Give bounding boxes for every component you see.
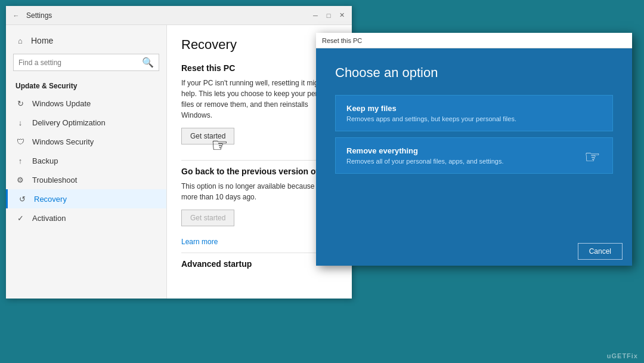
sidebar-section-title: Update & Security [6,77,166,94]
troubleshoot-icon: ⚙ [16,175,25,184]
section-divider [181,160,338,161]
sidebar-item-label: Activation [32,214,66,223]
keep-files-title: Keep my files [346,104,602,113]
settings-window: ← Settings ─ □ ✕ ⌂ Home 🔍 Update & Secur… [6,6,352,299]
back-button[interactable]: ← [12,11,20,20]
sidebar-item-windows-security[interactable]: 🛡 Windows Security [6,132,166,151]
learn-more-link[interactable]: Learn more [181,238,218,246]
remove-everything-description: Removes all of your personal files, apps… [346,158,602,165]
maximize-button[interactable]: □ [324,11,333,20]
delivery-optimization-icon: ↓ [16,118,25,127]
home-label: Home [31,36,53,45]
go-back-section-heading: Go back to the previous version of... [181,167,338,176]
page-title: Recovery [181,37,338,53]
go-back-section-description: This option is no longer available becau… [181,181,338,202]
sidebar-item-activation[interactable]: ✓ Activation [6,208,166,227]
sidebar-item-home[interactable]: ⌂ Home [6,31,166,50]
home-icon: ⌂ [16,36,25,45]
sidebar-item-label: Windows Update [32,99,91,108]
windows-security-icon: 🛡 [16,137,25,146]
go-back-get-started-button[interactable]: Get started [181,210,234,226]
activation-icon: ✓ [16,213,25,223]
sidebar-item-recovery[interactable]: ↺ Recovery [6,189,166,208]
search-input[interactable] [18,59,138,67]
keep-files-option[interactable]: Keep my files Removes apps and settings,… [335,95,613,131]
remove-everything-option[interactable]: Remove everything Removes all of your pe… [335,137,613,174]
close-button[interactable]: ✕ [338,11,346,20]
watermark: uGETFix [607,352,638,359]
title-bar: ← Settings ─ □ ✕ [6,6,352,25]
sidebar-item-label: Backup [32,156,58,165]
reset-modal: Reset this PC Choose an option Keep my f… [316,33,632,266]
windows-update-icon: ↻ [16,99,25,108]
recovery-icon: ↺ [17,194,27,204]
title-bar-left: ← Settings [12,11,52,20]
keep-files-description: Removes apps and settings, but keeps you… [346,115,602,122]
search-box[interactable]: 🔍 [13,54,159,71]
reset-get-started-button[interactable]: Get started [181,128,234,144]
modal-title: Choose an option [335,65,613,81]
section-divider-2 [181,253,338,253]
reset-section-description: If your PC isn't running well, resetting… [181,78,338,121]
sidebar-item-label: Windows Security [32,137,94,146]
sidebar-item-label: Troubleshoot [32,176,77,184]
sidebar-item-label: Delivery Optimization [32,118,106,127]
sidebar-item-windows-update[interactable]: ↻ Windows Update [6,94,166,113]
modal-titlebar: Reset this PC [316,33,632,48]
remove-everything-title: Remove everything [346,146,602,155]
modal-body: Choose an option Keep my files Removes a… [316,48,632,237]
title-bar-controls: ─ □ ✕ [311,11,346,20]
window-title: Settings [26,11,52,20]
sidebar-item-label: Recovery [34,195,67,204]
sidebar-item-troubleshoot[interactable]: ⚙ Troubleshoot [6,170,166,189]
minimize-button[interactable]: ─ [311,11,320,20]
sidebar: ⌂ Home 🔍 Update & Security ↻ Windows Upd… [6,25,167,299]
modal-footer: Cancel [316,237,632,266]
search-icon: 🔍 [142,57,154,68]
backup-icon: ↑ [16,156,25,165]
window-body: ⌂ Home 🔍 Update & Security ↻ Windows Upd… [6,25,352,299]
reset-section-heading: Reset this PC [181,63,338,73]
cancel-button[interactable]: Cancel [578,243,623,260]
advanced-startup-heading: Advanced startup [181,259,338,269]
sidebar-item-backup[interactable]: ↑ Backup [6,151,166,170]
sidebar-item-delivery-optimization[interactable]: ↓ Delivery Optimization [6,113,166,132]
